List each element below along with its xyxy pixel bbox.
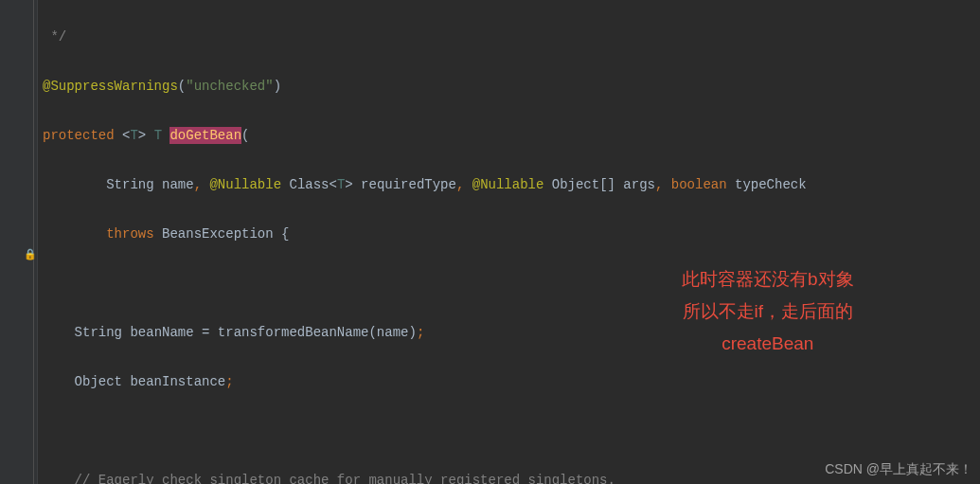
user-annotation: 此时容器还没有b对象 所以不走if，走后面的 createBean: [682, 263, 854, 360]
paren: (: [241, 128, 249, 143]
comma: ,: [655, 177, 671, 192]
param-name: String name: [43, 177, 194, 192]
comment-end: */: [43, 29, 66, 45]
blank-line: [43, 419, 980, 443]
param-args: Object[] args: [543, 177, 655, 192]
suppress-annotation: @SuppressWarnings: [43, 79, 178, 94]
comment-eagerly: // Eagerly check singleton cache for man…: [75, 473, 615, 484]
method-bean: Bean: [209, 127, 241, 144]
keyword-protected: protected: [43, 128, 122, 143]
lock-icon: 🔒: [24, 248, 33, 260]
code-text: Object beanInstance: [75, 374, 226, 389]
code-text: String: [75, 325, 131, 340]
exception-decl: BeansException {: [162, 226, 289, 242]
comma: ,: [194, 177, 210, 192]
annotation-line1: 此时容器还没有b对象: [682, 263, 854, 296]
paren: (: [178, 79, 186, 94]
nullable-annotation: @Nullable: [472, 177, 544, 192]
code-text: beanName = transformedBeanName(name): [130, 325, 416, 340]
angle: >: [138, 128, 154, 143]
line-gutter: 🔒: [0, 0, 38, 484]
param-class: Class<: [281, 177, 337, 192]
type-param: T: [130, 128, 137, 143]
comma: ,: [456, 177, 472, 192]
type-param: T: [154, 128, 170, 143]
semicolon: ;: [225, 374, 233, 389]
param-reqtype: > requiredType: [345, 177, 456, 192]
keyword-boolean: boolean: [671, 177, 735, 192]
annotation-line3: createBean: [682, 328, 854, 360]
annotation-line2: 所以不走if，走后面的: [682, 296, 854, 328]
method-doget: doGet: [169, 127, 209, 144]
nullable-annotation: @Nullable: [209, 177, 281, 192]
string-literal: "unchecked": [186, 79, 273, 94]
semicolon: ;: [417, 325, 424, 340]
fold-line: [33, 0, 34, 484]
paren: ): [274, 79, 281, 94]
param-typecheck: typeCheck: [735, 177, 807, 192]
keyword-throws: throws: [43, 226, 162, 242]
code-editor[interactable]: */ @SuppressWarnings("unchecked") protec…: [38, 0, 980, 484]
csdn-watermark: CSDN @早上真起不来！: [825, 461, 972, 478]
